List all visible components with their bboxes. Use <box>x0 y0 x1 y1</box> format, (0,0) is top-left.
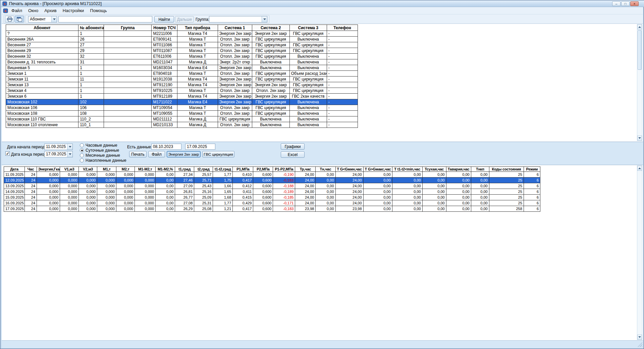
radio-hourly-data[interactable]: Часовые данные <box>80 143 117 148</box>
column-header[interactable]: Система 3 <box>289 25 327 31</box>
dropdown-arrow-icon[interactable] <box>67 151 72 157</box>
scroll-down-button[interactable] <box>637 335 642 340</box>
column-header[interactable]: T G<Gмин,час <box>335 167 363 172</box>
table-row[interactable]: Весенняя д. 31 теплосеть31MD211047Магика… <box>6 59 358 65</box>
column-header[interactable]: Группа <box>104 25 152 31</box>
table-row[interactable]: Московская 110 отопление110_1MD210133Маг… <box>6 122 358 128</box>
column-header[interactable]: P1-P2,МПа <box>273 167 295 172</box>
charts-button[interactable]: Графики <box>281 143 305 150</box>
column-header[interactable]: Номер ТСЧ <box>152 25 177 31</box>
column-header[interactable]: Час <box>25 167 37 172</box>
table-row[interactable]: 11.09.2025240,0000,0000,0000,0000,0000,0… <box>4 172 540 178</box>
scroll-down-button[interactable] <box>637 136 642 141</box>
table-row[interactable]: 12.09.2025240,0000,0000,0000,0000,0000,0… <box>4 178 540 183</box>
column-header[interactable]: Тн,час <box>316 167 335 172</box>
table-row[interactable]: 15.09.2025240,0000,0000,0000,0000,0000,0… <box>4 195 540 200</box>
column-header[interactable]: Тип прибора <box>177 25 218 31</box>
dropdown-arrow-icon[interactable] <box>51 16 57 22</box>
archive-scrollbar[interactable] <box>637 165 642 340</box>
table-row[interactable]: Московская 110 ГВС110_2MD211112Магика ДГ… <box>6 116 358 122</box>
radio-accumulated-data[interactable]: Накопленные данные <box>80 158 126 163</box>
column-header[interactable]: Тавария,час <box>446 167 471 172</box>
column-header[interactable]: M2,т <box>116 167 135 172</box>
column-header[interactable]: Энергия,Гкал <box>37 167 60 172</box>
table-row[interactable]: Земская 61MT912189Магика Т4Энергия 2кн з… <box>6 94 358 99</box>
table-row[interactable]: 16.09.2025240,0000,0000,0000,0000,0000,0… <box>4 200 540 206</box>
column-header[interactable]: Режим <box>524 167 540 172</box>
scroll-thumb[interactable] <box>638 30 642 70</box>
minimize-button[interactable]: – <box>612 1 621 6</box>
column-header[interactable]: Система 2 <box>252 25 289 31</box>
table-row[interactable]: Весенняя 2929MT011087Магика ТОтопл. 2кн … <box>6 48 358 54</box>
maximize-button[interactable]: □ <box>621 1 630 6</box>
search-input[interactable] <box>58 16 152 22</box>
radio-monthly-data[interactable]: Месячные данные <box>80 153 120 158</box>
menu-item-file[interactable]: Файл <box>8 7 25 14</box>
next-button[interactable]: Дальше <box>175 16 194 22</box>
table-row[interactable]: ?1M2211006Магика Т4Энергия 2кн закрЭнерг… <box>6 31 358 37</box>
system-toggle-energy[interactable]: Энергия 2кн закр <box>167 151 201 157</box>
table-row[interactable]: Московская 102102M1711022Магика Е4Энерги… <box>6 99 358 105</box>
column-header[interactable]: Телефон <box>327 25 358 31</box>
table-row[interactable]: Земская 41MT910225Магика ТОтопл. 2кн зак… <box>6 88 358 94</box>
system-toggle-gvs[interactable]: ГВС циркуляция <box>202 151 234 157</box>
menu-item-archive[interactable]: Архив <box>41 7 59 14</box>
menu-item-settings[interactable]: Настройки <box>60 7 87 14</box>
title-bar[interactable]: Печать архива - [Просмотр архива M171102… <box>1 0 644 7</box>
column-header[interactable]: P2,МПа <box>253 167 273 172</box>
menu-item-window[interactable]: Окно <box>25 7 41 14</box>
column-header[interactable]: Тр,час <box>295 167 316 172</box>
start-date-combobox[interactable]: 11.09.2025 <box>44 144 73 150</box>
column-header[interactable]: t2,град <box>194 167 213 172</box>
scroll-up-button[interactable] <box>637 24 642 30</box>
print-report-button[interactable]: Печать <box>129 151 147 157</box>
column-header[interactable]: Тсухая,час <box>422 167 446 172</box>
column-header[interactable]: P1,МПа <box>233 167 253 172</box>
table-row[interactable]: Земская 11ET804018Магика ТОтопл. 2кн зак… <box>6 71 358 77</box>
column-header[interactable]: Система 1 <box>218 25 252 31</box>
find-button[interactable]: Найти <box>154 16 174 22</box>
scroll-up-button[interactable] <box>637 166 642 171</box>
column-header[interactable]: M1,т <box>97 167 116 172</box>
table-row[interactable]: 17.09.2025240,0000,0000,0000,0000,0000,0… <box>4 206 540 212</box>
column-header[interactable]: Коды состояния <box>489 167 524 172</box>
table-row[interactable]: Весенняя 2727MT011086Магика ТОтопл. 2кн … <box>6 42 358 48</box>
column-header[interactable]: t1-t2,град <box>213 167 233 172</box>
excel-button[interactable]: Excel <box>281 151 305 158</box>
column-header[interactable]: V2,м3 <box>79 167 97 172</box>
table-row[interactable]: Московская 106106MT109054Магика ТОтопл. … <box>6 105 358 111</box>
dropdown-arrow-icon[interactable] <box>67 144 72 150</box>
end-date-checkbox[interactable] <box>5 151 10 156</box>
resize-grip-icon[interactable] <box>638 342 642 347</box>
column-header[interactable]: Абонент <box>6 25 78 31</box>
end-date-combobox[interactable]: 17.09.2025 <box>44 151 73 157</box>
column-header[interactable]: M1-M2,т <box>135 167 156 172</box>
table-row[interactable]: Весенняя 3232ET611006Магика ТОтопл. 2кн … <box>6 54 358 59</box>
table-row[interactable]: Весенняя 26А26ET809141Магика ТОтопл. 2кн… <box>6 37 358 42</box>
table-row[interactable]: Земская 131MT912190Магика Т4Энергия 2кн … <box>6 82 358 88</box>
close-button[interactable]: × <box>630 1 639 6</box>
search-type-combobox[interactable]: Абонент <box>28 16 57 22</box>
file-button[interactable]: Файл <box>148 151 165 157</box>
column-header[interactable]: V1,м3 <box>60 167 79 172</box>
menu-item-help[interactable]: Помощь <box>87 7 110 14</box>
table-row[interactable]: Вишневая 51M1603034Магика Е4Энергия 2кн … <box>6 65 358 71</box>
column-header[interactable]: t1,град <box>175 167 194 172</box>
print-button[interactable] <box>5 16 14 22</box>
column-header[interactable]: T G>Gмакс,час <box>363 167 392 172</box>
subscribers-scrollbar[interactable] <box>637 24 642 141</box>
dropdown-arrow-icon[interactable] <box>262 16 267 22</box>
radio-daily-data[interactable]: Суточные данные <box>80 148 119 153</box>
table-view-button[interactable] <box>15 16 24 22</box>
column-header[interactable]: Тнкп <box>471 167 489 172</box>
column-header[interactable]: № абонента <box>78 25 104 31</box>
group-combobox[interactable] <box>209 16 267 22</box>
column-header[interactable]: Дата <box>4 167 25 172</box>
table-cell: Магика Т <box>177 111 218 116</box>
table-row[interactable]: 14.09.2025240,0000,0000,0000,0000,0000,0… <box>4 189 540 195</box>
table-row[interactable]: Московская 108108MT109055Магика ТОтопл. … <box>6 111 358 116</box>
column-header[interactable]: M1-M2,% <box>156 167 175 172</box>
column-header[interactable]: T t1-t2<min,час <box>392 167 422 172</box>
table-row[interactable]: Земская 1111M1912038Магика Т4Энергия 2кн… <box>6 77 358 82</box>
table-row[interactable]: 13.09.2025240,0000,0000,0000,0000,0000,0… <box>4 183 540 189</box>
